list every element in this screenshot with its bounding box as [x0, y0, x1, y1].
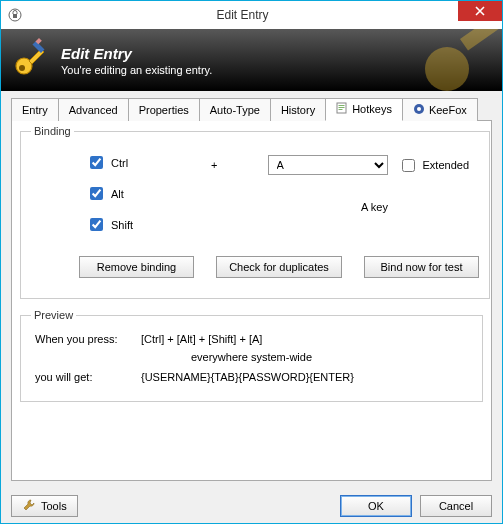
extended-checkbox[interactable]: Extended [398, 156, 469, 175]
check-duplicates-button[interactable]: Check for duplicates [216, 256, 342, 278]
preview-group: Preview When you press: [Ctrl] + [Alt] +… [20, 309, 483, 402]
press-label: When you press: [31, 333, 141, 345]
banner-subtitle: You're editing an existing entry. [61, 64, 212, 76]
tab-hotkeys-label: Hotkeys [352, 103, 392, 115]
close-button[interactable] [458, 1, 502, 21]
get-label: you will get: [31, 371, 141, 383]
keefox-icon [413, 103, 425, 117]
tab-keefox-label: KeeFox [429, 104, 467, 116]
svg-rect-7 [460, 29, 502, 50]
key-bg-icon [412, 29, 502, 91]
press-value: [Ctrl] + [Alt] + [Shift] + [A] [141, 333, 262, 345]
ok-button[interactable]: OK [340, 495, 412, 517]
key-select[interactable]: A [268, 155, 388, 175]
window-title: Edit Entry [0, 8, 502, 22]
tab-entry[interactable]: Entry [11, 98, 59, 121]
shift-checkbox[interactable]: Shift [86, 215, 133, 234]
remove-binding-button[interactable]: Remove binding [79, 256, 194, 278]
bind-test-button[interactable]: Bind now for test [364, 256, 479, 278]
tab-keefox[interactable]: KeeFox [402, 98, 478, 121]
titlebar: Edit Entry [1, 1, 502, 29]
svg-point-3 [19, 65, 25, 71]
binding-group: Binding Ctrl Alt Shift + A Extended A ke… [20, 125, 490, 299]
tab-hotkeys[interactable]: Hotkeys [325, 98, 403, 121]
tab-strip: Entry Advanced Properties Auto-Type Hist… [11, 97, 492, 121]
tab-advanced[interactable]: Advanced [58, 98, 129, 121]
plus-label: + [211, 159, 217, 171]
get-value: {USERNAME}{TAB}{PASSWORD}{ENTER} [141, 371, 354, 383]
scope-text: everywhere system-wide [31, 351, 472, 363]
binding-legend: Binding [31, 125, 74, 137]
svg-point-6 [425, 47, 469, 91]
tab-properties[interactable]: Properties [128, 98, 200, 121]
svg-rect-9 [339, 105, 345, 106]
tab-body: Binding Ctrl Alt Shift + A Extended A ke… [11, 121, 492, 481]
banner: Edit Entry You're editing an existing en… [1, 29, 502, 91]
tools-label: Tools [41, 500, 67, 512]
tab-autotype[interactable]: Auto-Type [199, 98, 271, 121]
alt-checkbox[interactable]: Alt [86, 184, 133, 203]
wrench-icon [22, 498, 36, 514]
tab-history[interactable]: History [270, 98, 326, 121]
footer: Tools OK Cancel [1, 489, 502, 523]
tools-button[interactable]: Tools [11, 495, 78, 517]
key-description: A key [361, 201, 469, 213]
svg-rect-10 [339, 107, 345, 108]
key-pencil-icon [11, 38, 53, 82]
ctrl-label: Ctrl [111, 157, 128, 169]
cancel-button[interactable]: Cancel [420, 495, 492, 517]
close-icon [475, 6, 485, 16]
doc-icon [336, 102, 348, 116]
svg-rect-11 [339, 109, 343, 110]
svg-point-13 [417, 107, 421, 111]
shift-label: Shift [111, 219, 133, 231]
alt-label: Alt [111, 188, 124, 200]
extended-label: Extended [423, 159, 469, 171]
banner-title: Edit Entry [61, 45, 212, 62]
preview-legend: Preview [31, 309, 76, 321]
edit-entry-window: Edit Entry Edit Entry You're editing an … [0, 0, 503, 524]
ctrl-checkbox[interactable]: Ctrl [86, 153, 133, 172]
